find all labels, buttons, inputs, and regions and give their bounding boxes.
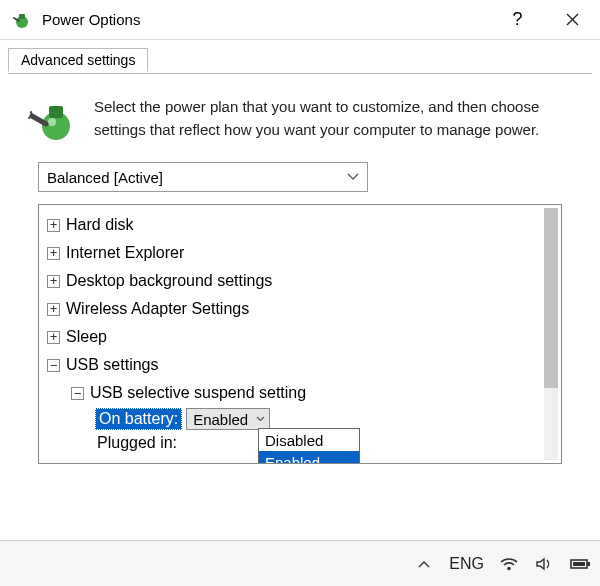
taskbar: ENG (0, 540, 600, 586)
speaker-icon[interactable] (534, 553, 556, 575)
help-button[interactable]: ? (490, 0, 545, 40)
plan-select-value: Balanced [Active] (47, 169, 163, 186)
scrollbar-thumb[interactable] (544, 208, 558, 388)
title-bar: Power Options ? (0, 0, 600, 40)
wifi-icon[interactable] (498, 553, 520, 575)
collapse-icon[interactable]: − (47, 359, 60, 372)
language-indicator[interactable]: ENG (449, 555, 484, 573)
dropdown-popup: Disabled Enabled (258, 428, 360, 464)
power-plan-icon (28, 96, 76, 144)
intro-text: Select the power plan that you want to c… (94, 96, 554, 141)
tree-item-wireless[interactable]: + Wireless Adapter Settings (43, 295, 557, 323)
plan-select[interactable]: Balanced [Active] (38, 162, 368, 192)
tab-row: Advanced settings (0, 40, 600, 74)
on-battery-value-combo[interactable]: Enabled (186, 408, 270, 430)
tree-item-usb-settings[interactable]: − USB settings (43, 351, 557, 379)
tab-pane: Select the power plan that you want to c… (8, 73, 592, 464)
close-icon (566, 13, 579, 26)
combo-value: Enabled (193, 411, 248, 428)
tray-overflow-button[interactable] (413, 553, 435, 575)
window-title: Power Options (42, 11, 140, 28)
close-button[interactable] (545, 0, 600, 40)
tree-label: Sleep (66, 328, 107, 346)
svg-rect-8 (573, 562, 585, 566)
svg-point-5 (507, 566, 511, 570)
tab-advanced-settings[interactable]: Advanced settings (8, 48, 148, 72)
dropdown-option-enabled[interactable]: Enabled (259, 451, 359, 464)
tree-label: USB selective suspend setting (90, 384, 306, 402)
tree-item-usb-selective-suspend[interactable]: − USB selective suspend setting (43, 379, 557, 407)
collapse-icon[interactable]: − (71, 387, 84, 400)
dropdown-option-disabled[interactable]: Disabled (259, 429, 359, 451)
tree-item-sleep[interactable]: + Sleep (43, 323, 557, 351)
tree-label: USB settings (66, 356, 158, 374)
expand-icon[interactable]: + (47, 303, 60, 316)
battery-plan-icon (10, 8, 34, 32)
battery-icon[interactable] (570, 553, 592, 575)
svg-rect-1 (19, 14, 25, 19)
on-battery-label: On battery: (95, 408, 182, 430)
settings-tree: + Hard disk + Internet Explorer + Deskto… (38, 204, 562, 464)
tree-label: Desktop background settings (66, 272, 272, 290)
intro-section: Select the power plan that you want to c… (8, 74, 592, 162)
expand-icon[interactable]: + (47, 331, 60, 344)
svg-rect-4 (49, 106, 63, 118)
tree-label: Wireless Adapter Settings (66, 300, 249, 318)
plugged-in-label: Plugged in: (95, 433, 179, 453)
tree-item-hard-disk[interactable]: + Hard disk (43, 211, 557, 239)
svg-rect-7 (587, 562, 590, 566)
chevron-down-icon (256, 416, 265, 422)
svg-point-3 (48, 118, 56, 126)
chevron-down-icon (347, 173, 359, 181)
tree-label: Hard disk (66, 216, 134, 234)
tree-label: Internet Explorer (66, 244, 184, 262)
expand-icon[interactable]: + (47, 219, 60, 232)
expand-icon[interactable]: + (47, 247, 60, 260)
tree-item-ie[interactable]: + Internet Explorer (43, 239, 557, 267)
tree-item-desktop-bg[interactable]: + Desktop background settings (43, 267, 557, 295)
expand-icon[interactable]: + (47, 275, 60, 288)
